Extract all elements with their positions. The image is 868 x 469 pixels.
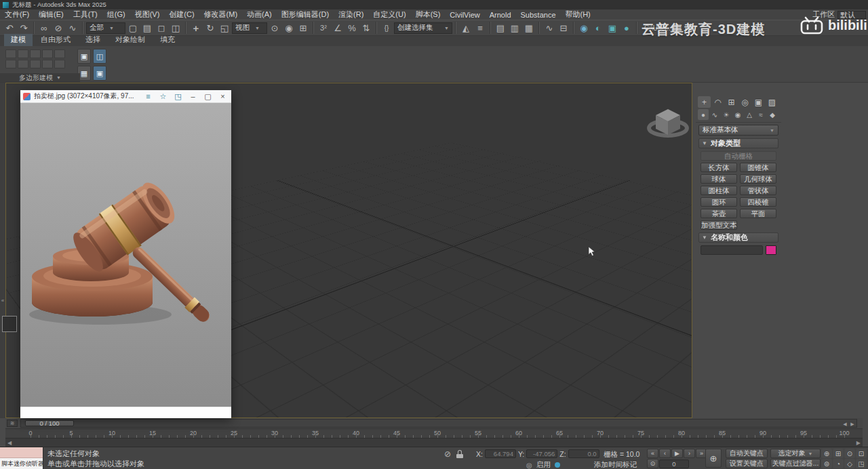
ribbon-mini-button[interactable] [30,49,41,58]
ribbon-tab-selection[interactable]: 选择 [79,34,107,46]
menu-views[interactable]: 视图(V) [130,9,165,20]
curve-editor-icon[interactable]: ∿ [542,21,556,35]
zoom-all-icon[interactable]: ⊞ [833,449,844,458]
ribbon-button[interactable]: ▣ [93,66,106,81]
layer-explorer-icon[interactable]: ▥ [508,21,521,35]
use-pivot-center-icon[interactable]: ⊙ [268,21,281,35]
previous-frame-button[interactable]: ‹ [659,449,671,458]
selection-lock-icon[interactable] [456,450,463,458]
display-tab-icon[interactable]: ▣ [752,96,765,108]
menu-scripting[interactable]: 脚本(S) [411,9,446,20]
viewer-maximize-icon[interactable]: ▢ [202,91,214,102]
menu-graph-editors[interactable]: 图形编辑器(D) [277,9,334,20]
window-crossing-icon[interactable]: ◫ [169,21,182,35]
helpers-category-icon[interactable]: △ [744,109,755,120]
z-coordinate-field[interactable]: 0.0 [568,449,599,458]
systems-category-icon[interactable]: ◆ [767,109,778,120]
dock-collapse-button[interactable]: « [0,295,5,306]
menu-arnold[interactable]: Arnold [485,11,516,19]
ribbon-button[interactable]: ▣ [77,49,91,64]
open-mini-curve-editor-button[interactable]: ≋ [7,420,18,427]
play-button[interactable]: ▶ [671,449,683,458]
ribbon-mini-button[interactable] [5,49,16,58]
polygon-modeling-panel-label[interactable]: 多边形建模 ▼ [0,73,80,82]
select-and-move-icon[interactable]: + [189,21,203,35]
viewcube[interactable] [646,104,690,142]
key-filters-button[interactable]: 关键点过滤器... [770,459,821,468]
object-type-rollout-header[interactable]: ▼ 对象类型 [698,138,778,148]
go-to-start-button[interactable]: « [647,449,658,458]
viewer-close-icon[interactable]: × [217,91,229,102]
viewer-menu-icon[interactable]: ≡ [142,91,154,102]
image-viewer-titlebar[interactable]: 拍卖槌.jpg (3072×4107像素, 97... ≡ ☆ ◳ – ▢ × [20,90,231,103]
listener-pane[interactable]: 脚本迷你侦听器 [0,458,43,469]
ribbon-mini-button[interactable] [54,60,65,68]
menu-substance[interactable]: Substance [516,11,561,19]
object-color-swatch[interactable] [766,245,776,255]
sphere-button[interactable]: 球体 [701,174,737,184]
viewer-minimize-icon[interactable]: – [187,91,199,102]
trackbar-right-arrow[interactable]: ▶ [856,440,861,446]
select-by-name-icon[interactable]: ▤ [140,21,154,35]
viewport-layout-tab-button[interactable] [2,316,17,332]
viewer-fullscreen-icon[interactable]: ◳ [172,91,184,102]
hierarchy-tab-icon[interactable]: ⊞ [725,96,738,108]
rendered-frame-window-icon[interactable]: ▣ [606,21,619,35]
auto-key-button[interactable]: 自动关键点 [726,449,768,458]
maxscript-mini-listener[interactable]: 脚本迷你侦听器 [0,447,43,469]
add-time-tag[interactable]: 添加时间标记 [594,460,637,469]
menu-animation[interactable]: 动画(A) [242,9,277,20]
timeline-ruler[interactable]: 0 5 10 15 20 25 30 35 40 45 50 55 60 65 … [5,428,863,438]
material-editor-icon[interactable]: ◉ [577,21,591,35]
y-coordinate-field[interactable]: -47.056 [526,449,557,458]
schematic-view-icon[interactable]: ⊟ [557,21,570,35]
select-and-link-icon[interactable]: ∞ [37,21,51,35]
macro-recorder-pane[interactable] [0,447,43,458]
undo-icon[interactable]: ↶ [3,21,16,35]
menu-file[interactable]: 文件(F) [0,9,34,20]
ribbon-mini-button[interactable] [30,60,41,68]
track-bar[interactable]: ◀ ▶ [5,438,863,447]
create-tab-icon[interactable]: + [698,96,711,108]
viewer-favorite-icon[interactable]: ☆ [157,91,169,102]
spinner-snap-icon[interactable]: ⇅ [359,21,373,35]
set-key-button[interactable]: ⊕ [705,449,722,468]
selected-filter-dropdown[interactable]: 选定对象 ▼ [770,449,821,458]
current-frame-field[interactable]: 0 [659,460,689,468]
menu-group[interactable]: 组(G) [102,9,130,20]
primitive-category-dropdown[interactable]: 标准基本体 ▼ [698,125,778,136]
time-slider-handle[interactable]: 0 / 100 [25,420,74,426]
cylinder-button[interactable]: 圆柱体 [701,186,737,195]
pyramid-button[interactable]: 四棱锥 [740,197,776,207]
menu-help[interactable]: 帮助(H) [561,9,595,20]
utilities-tab-icon[interactable]: ▨ [766,96,778,108]
menu-civilview[interactable]: CivilView [445,11,484,19]
ribbon-button[interactable]: ◫ [93,49,106,64]
named-selection-set-field[interactable]: 创建选择集 ▼ [394,22,452,34]
teapot-button[interactable]: 茶壶 [701,209,737,218]
ribbon-tab-modeling[interactable]: 建模 [4,34,33,46]
geometry-category-icon[interactable]: ● [698,109,709,120]
plane-button[interactable]: 平面 [740,209,776,218]
tube-button[interactable]: 管状体 [740,186,776,195]
autogrid-button[interactable]: 自动栅格 [701,151,776,161]
workspace-dropdown[interactable]: 默认 [837,11,866,19]
selection-region-icon[interactable]: ◻ [155,21,168,35]
select-and-rotate-icon[interactable]: ↻ [203,21,217,35]
align-icon[interactable]: ≡ [473,21,487,35]
previous-frame-arrow[interactable]: ◀ [842,421,848,427]
reference-coordinate-dropdown[interactable]: 视图 ▼ [232,22,267,34]
ribbon-mini-button[interactable] [42,60,53,68]
zoom-icon[interactable]: ⊕ [821,449,832,458]
toggle-icon[interactable]: ◎ [526,462,532,469]
menu-rendering[interactable]: 渲染(R) [334,9,368,20]
x-coordinate-field[interactable]: 64.794 [485,449,516,458]
geosphere-button[interactable]: 几何球体 [740,174,776,184]
torus-button[interactable]: 圆环 [701,197,737,207]
image-viewer-window[interactable]: 拍卖槌.jpg (3072×4107像素, 97... ≡ ☆ ◳ – ▢ × [20,90,231,418]
set-keys-button[interactable]: 设置关键点 [726,459,768,468]
shapes-category-icon[interactable]: ∿ [709,109,720,120]
cone-button[interactable]: 圆锥体 [740,163,776,172]
cameras-category-icon[interactable]: ◉ [732,109,743,120]
menu-edit[interactable]: 编辑(E) [34,9,68,20]
